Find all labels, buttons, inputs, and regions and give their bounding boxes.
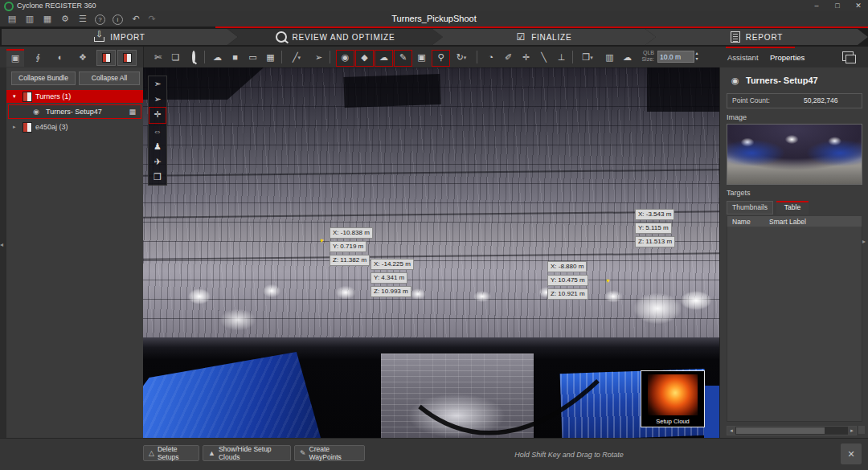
- show-hide-setup-clouds-button[interactable]: ▲ Show/Hide Setup Clouds: [203, 445, 291, 461]
- pick-point-icon[interactable]: ➢: [310, 50, 327, 65]
- fly-navigation-icon[interactable]: ✈: [149, 154, 166, 170]
- setup-target-icon: ◉: [731, 76, 739, 86]
- setup-view-icon[interactable]: ♟: [149, 139, 166, 154]
- targets-table-body[interactable]: [727, 227, 862, 422]
- horizontal-scrollbar[interactable]: ◄ ►: [727, 426, 857, 435]
- collapse-left-icon[interactable]: ◂: [0, 241, 3, 248]
- add-tag-icon[interactable]: ◆: [355, 50, 374, 67]
- app-icon: [4, 2, 14, 11]
- dark-void-patch: [343, 74, 440, 108]
- bundle-icon: [23, 122, 32, 133]
- measure-tool-icon[interactable]: ╱▾: [286, 50, 307, 65]
- scrollbar-thumb[interactable]: [736, 427, 825, 434]
- tab-table[interactable]: Table: [776, 201, 809, 215]
- minimize-button[interactable]: –: [807, 0, 826, 11]
- tab-report[interactable]: REPORT: [645, 29, 868, 45]
- measurement-label-group: X: -3.543 m Y: 5.115 m Z: 11.513 m: [635, 209, 675, 250]
- setup-label: Turners- Setup47: [46, 105, 102, 118]
- snapshot-camera-icon[interactable]: ▣: [413, 50, 430, 65]
- tab-attachments[interactable]: ∮: [29, 49, 47, 65]
- geotag-pin-icon[interactable]: ⚲: [432, 50, 450, 67]
- bundle-flag-icon: [102, 53, 111, 63]
- tab-finalize[interactable]: ☑ FINALIZE: [432, 29, 656, 45]
- blue-curtain-edge: [704, 386, 719, 438]
- seek-tool-icon[interactable]: ⇔: [149, 124, 166, 139]
- tab-assistant[interactable]: Assistant: [727, 53, 759, 62]
- cloud-color-mode-icon[interactable]: ☁: [209, 50, 226, 65]
- blue-tarp-left: [143, 352, 326, 438]
- tab-import[interactable]: ⇩ IMPORT: [2, 29, 238, 45]
- orbit-cube-icon[interactable]: ❒: [149, 170, 166, 185]
- bundle-view-toggle-2[interactable]: [117, 50, 137, 66]
- close-button[interactable]: ✕: [849, 0, 868, 11]
- image-view-icon[interactable]: ▦: [262, 50, 279, 65]
- collapse-all-button[interactable]: Collapse All: [79, 72, 140, 85]
- project-title: Turners_PickupShoot: [0, 14, 868, 23]
- finalize-checkbox-icon: ☑: [517, 31, 526, 43]
- rotate-hint-text: Hold Shift Key and Drag to Rotate: [479, 451, 659, 459]
- add-cloud-annotation-icon[interactable]: ☁: [375, 50, 393, 67]
- edit-pin-icon[interactable]: ✐: [500, 50, 517, 65]
- qlb-storage-icon[interactable]: ▥: [601, 50, 618, 65]
- point-count-label: Point Count:: [732, 94, 770, 108]
- expand-right-panel-icon[interactable]: ▸: [862, 238, 866, 245]
- tab-project-explorer[interactable]: ▣: [6, 49, 24, 67]
- image-chip-icon[interactable]: ▦: [129, 105, 136, 118]
- tab-thumbnails[interactable]: Thumbnails: [727, 201, 773, 215]
- scroll-left-icon[interactable]: ◄: [727, 427, 735, 435]
- duplicate-view-icon[interactable]: ❏: [167, 50, 184, 65]
- panorama-image-thumbnail[interactable]: [727, 124, 862, 185]
- panorama-view-icon[interactable]: ▭: [244, 50, 261, 65]
- select-cursor-icon[interactable]: ➣: [149, 76, 166, 92]
- qlb-size-stepper[interactable]: ▴▾: [693, 51, 701, 63]
- qlb-size-input[interactable]: [657, 51, 694, 63]
- rotate-options-icon[interactable]: ↻▾: [451, 50, 472, 65]
- bundle-flag-icon: [123, 53, 132, 63]
- cleanup-tool-icon[interactable]: ◔: [482, 50, 499, 65]
- close-view-button[interactable]: ✕: [841, 443, 862, 464]
- collapse-bundle-button[interactable]: Collapse Bundle: [11, 72, 76, 85]
- create-waypoints-button[interactable]: ✎ Create WayPoints: [294, 445, 365, 461]
- draw-line-icon[interactable]: ╲: [535, 50, 552, 65]
- sidebar-collapse-strip[interactable]: ◂: [0, 67, 6, 438]
- tree-row-setup47[interactable]: ◉ Turners- Setup47 ▦: [8, 104, 141, 119]
- bundle-icon: [23, 92, 32, 102]
- pick-marker-icon: ▼: [605, 278, 611, 284]
- sketch-tool-icon[interactable]: ✎: [394, 50, 412, 67]
- toolbar-separator: [330, 51, 330, 63]
- rect-select-icon[interactable]: ■: [227, 50, 244, 65]
- cloud-mesh-icon[interactable]: ☁: [619, 50, 636, 65]
- tree-row-bundle-e450aj[interactable]: ▸ e450aj (3): [6, 121, 143, 133]
- move-axes-icon[interactable]: ✛: [518, 50, 534, 65]
- tree-row-bundle-turners[interactable]: ▾ Turners (1): [6, 90, 143, 103]
- bundle-view-toggle-1[interactable]: [96, 50, 116, 66]
- setup-links-icon[interactable]: ⊥: [553, 50, 570, 65]
- maximize-button[interactable]: □: [828, 0, 847, 11]
- field-of-view-icon[interactable]: ❒▾: [577, 50, 598, 65]
- multi-pick-cursor-icon[interactable]: ➢: [149, 92, 166, 107]
- pan-tool-icon[interactable]: ✛: [149, 107, 166, 124]
- layout-panels-icon[interactable]: [842, 51, 854, 61]
- setup-cloud-inset[interactable]: Setup Cloud: [641, 370, 705, 427]
- point-count-row: Point Count: 50,282,746: [727, 93, 862, 108]
- scroll-right-icon[interactable]: ►: [848, 427, 856, 435]
- tab-bundles[interactable]: ❖: [74, 49, 92, 65]
- measurement-label-group: X: -8.880 m Y: 10.475 m Z: 10.921 m: [547, 261, 588, 302]
- column-name: Name: [732, 216, 751, 227]
- project-tree-panel: Collapse Bundle Collapse All ▾ Turners (…: [6, 67, 144, 438]
- create-waypoints-icon: ✎: [300, 449, 306, 457]
- tab-review-and-optimize[interactable]: REVIEW AND OPTIMIZE: [227, 29, 443, 45]
- ceiling-lights: [143, 252, 719, 341]
- chevron-right-icon[interactable]: ▸: [13, 121, 16, 133]
- slice-tool-icon[interactable]: ✄: [149, 50, 166, 65]
- point-cloud-viewport[interactable]: ➣ ➢ ✛ ⇔ ♟ ✈ ❒ X: -10.838 m Y: 0.719 m Z:…: [143, 67, 719, 438]
- tab-sites[interactable]: ◐: [51, 49, 69, 65]
- measurement-y: Y: 10.475 m: [547, 275, 588, 286]
- delete-setups-button[interactable]: △ Delete Setups: [143, 445, 199, 461]
- zoom-tool-icon[interactable]: [185, 50, 202, 65]
- tab-properties[interactable]: Properties: [770, 53, 805, 62]
- show-hide-icon: ▲: [208, 449, 215, 457]
- add-target-icon[interactable]: ◉: [336, 50, 354, 67]
- chevron-down-icon[interactable]: ▾: [13, 90, 16, 103]
- toolbar-separator: [204, 51, 205, 63]
